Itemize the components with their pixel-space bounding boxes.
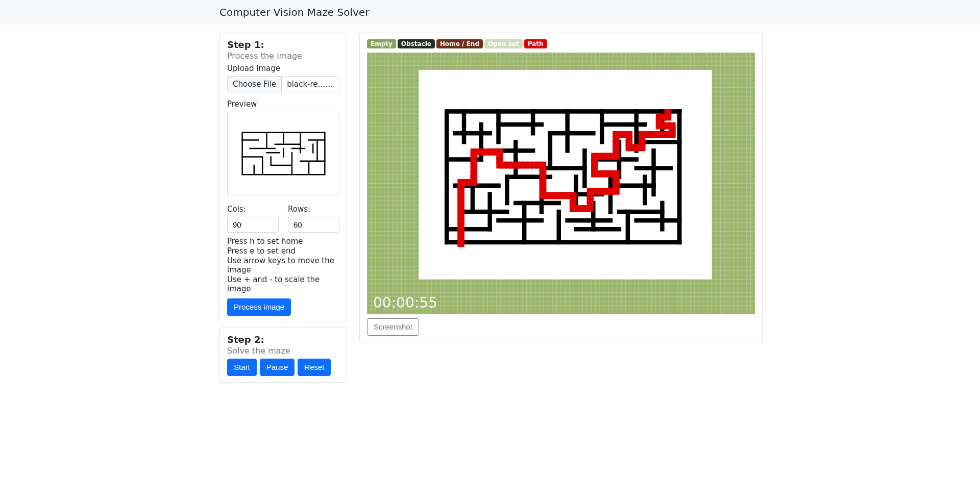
cols-label: Cols: <box>227 205 279 214</box>
svg-rect-155 <box>419 70 712 279</box>
rows-label: Rows: <box>288 205 339 214</box>
svg-rect-156 <box>445 109 681 114</box>
legend-empty: Empty <box>367 39 396 48</box>
step2-subtitle: Solve the maze <box>227 346 339 356</box>
file-name-display: black-re…vector.jpg <box>282 76 339 92</box>
svg-rect-161 <box>479 122 483 162</box>
pause-button[interactable]: Pause <box>260 359 295 376</box>
legend-path: Path <box>524 39 547 48</box>
process-image-button[interactable]: Process image <box>227 298 291 316</box>
step1-subtitle: Process the image <box>227 51 339 61</box>
svg-rect-205 <box>574 227 621 232</box>
legend-obstacle: Obstacle <box>398 39 435 48</box>
svg-rect-159 <box>677 109 681 244</box>
svg-rect-194 <box>634 166 673 170</box>
svg-rect-163 <box>513 140 518 179</box>
svg-rect-176 <box>522 201 526 245</box>
reset-button[interactable]: Reset <box>298 359 331 376</box>
legend-home: Home / End <box>436 39 483 48</box>
step1-heading: Step 1: <box>227 39 339 50</box>
svg-rect-190 <box>445 157 483 162</box>
preview-label: Preview <box>227 99 339 109</box>
svg-rect-165 <box>548 131 552 170</box>
cols-input[interactable] <box>227 217 279 233</box>
choose-file-button[interactable]: Choose File <box>227 76 282 92</box>
svg-rect-185 <box>453 131 492 136</box>
timer-display: 00:00:55 <box>373 294 437 311</box>
svg-rect-187 <box>548 131 596 136</box>
navbar: Computer Vision Maze Solver <box>0 0 980 24</box>
preview-maze-icon <box>241 132 326 175</box>
svg-rect-183 <box>643 174 647 205</box>
svg-rect-200 <box>513 201 561 206</box>
upload-label: Upload image <box>227 64 339 73</box>
hint-scale: Use + and - to scale the image <box>227 275 339 293</box>
file-input-group[interactable]: Choose File black-re…vector.jpg <box>227 76 339 92</box>
svg-rect-333 <box>457 240 464 247</box>
start-button[interactable]: Start <box>227 359 257 376</box>
svg-rect-178 <box>557 210 561 244</box>
solver-card: Empty Obstacle Home / End Open set Path … <box>359 33 763 342</box>
app-title: Computer Vision Maze Solver <box>219 4 761 20</box>
hint-h: Press h to set home <box>227 237 339 246</box>
svg-rect-201 <box>565 218 612 223</box>
svg-rect-202 <box>617 210 665 214</box>
screenshot-button[interactable]: Screenshot <box>367 318 419 336</box>
svg-rect-206 <box>634 218 682 223</box>
svg-rect-199 <box>462 210 509 214</box>
svg-rect-182 <box>626 210 630 244</box>
legend: Empty Obstacle Home / End Open set Path <box>367 39 755 48</box>
svg-rect-188 <box>600 122 647 127</box>
hints: Press h to set home Press e to set end U… <box>227 237 339 293</box>
step1-card: Step 1: Process the image Upload image C… <box>219 33 347 322</box>
svg-rect-171 <box>651 148 655 196</box>
step2-card: Step 2: Solve the maze Start Pause Reset <box>219 328 347 383</box>
hint-e: Press e to set end <box>227 246 339 256</box>
preview-image <box>227 112 339 195</box>
svg-rect-203 <box>445 227 492 232</box>
svg-rect-186 <box>496 122 544 127</box>
step2-heading: Step 2: <box>227 334 339 345</box>
svg-rect-175 <box>505 174 509 205</box>
rows-input[interactable] <box>288 217 339 233</box>
svg-rect-189 <box>643 140 681 144</box>
svg-rect-204 <box>496 218 544 223</box>
svg-rect-157 <box>445 240 681 245</box>
hint-arrows: Use arrow keys to move the image <box>227 256 339 274</box>
svg-rect-158 <box>445 109 449 244</box>
svg-rect-192 <box>540 166 587 170</box>
svg-rect-184 <box>660 201 664 232</box>
maze-canvas[interactable]: 00:00:55 <box>367 53 755 314</box>
legend-openset: Open set <box>484 39 523 48</box>
svg-rect-160 <box>462 109 466 144</box>
